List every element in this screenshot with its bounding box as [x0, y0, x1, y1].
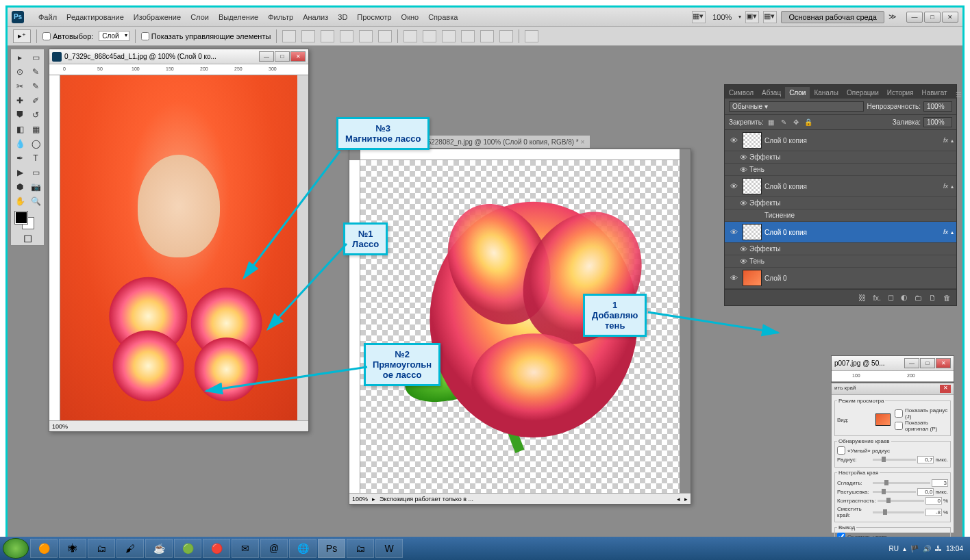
radius-slider[interactable]	[873, 459, 916, 461]
menu-3d[interactable]: 3D	[333, 13, 352, 21]
smart-radius-checkbox[interactable]: «Умный» радиус	[837, 446, 948, 455]
taskbar-item[interactable]: 🟠	[30, 539, 58, 558]
doc-maximize-icon[interactable]: □	[275, 51, 290, 62]
eyedropper-tool-icon[interactable]: ✎	[28, 79, 43, 93]
link-layers-icon[interactable]: ⛓	[858, 294, 866, 302]
language-indicator[interactable]: RU	[889, 545, 899, 552]
delete-layer-icon[interactable]: 🗑	[943, 294, 951, 302]
document-title-bar[interactable]: 0_7329c_868c45ad_L1.jpg @ 100% (Слой 0 к…	[49, 49, 308, 64]
autoselect-checkbox[interactable]: Автовыбор:	[42, 32, 93, 40]
fx-expand-icon[interactable]: ▴	[951, 183, 954, 190]
quick-select-tool-icon[interactable]: ✎	[28, 65, 43, 79]
distribute-left-icon[interactable]	[461, 30, 475, 42]
show-original-checkbox[interactable]: Показать оригинал (P)	[895, 420, 948, 432]
taskbar-item[interactable]: ☕	[145, 539, 173, 558]
tab-close-icon[interactable]: ×	[581, 138, 585, 146]
arrange-docs-icon[interactable]: ▦▾	[763, 11, 777, 23]
horizontal-ruler[interactable]	[360, 149, 680, 160]
blend-mode-dropdown[interactable]: Обычные ▾	[729, 101, 864, 112]
layer-row[interactable]: 👁 Слой 0 копия fx▴	[725, 130, 956, 151]
dialog-close-icon[interactable]: ✕	[940, 385, 951, 393]
contrast-slider[interactable]	[878, 500, 924, 502]
document-zoom[interactable]: 100%	[352, 496, 368, 502]
visibility-icon[interactable]: 👁	[728, 182, 740, 190]
effects-row[interactable]: 👁Эффекты	[725, 151, 956, 164]
align-vcenter-icon[interactable]	[301, 30, 315, 42]
taskbar-item[interactable]: 🗂	[347, 539, 374, 558]
layer-style-icon[interactable]: fx.	[873, 294, 881, 302]
taskbar-item[interactable]: 🔴	[203, 539, 230, 558]
tab-paragraph[interactable]: Абзац	[758, 87, 785, 99]
start-button[interactable]	[3, 538, 29, 559]
menu-window[interactable]: Окно	[397, 13, 424, 21]
taskbar-item[interactable]: 🟢	[174, 539, 201, 558]
visibility-icon[interactable]: 👁	[728, 228, 740, 236]
align-left-icon[interactable]	[340, 30, 353, 42]
menu-analysis[interactable]: Анализ	[298, 13, 333, 21]
visibility-icon[interactable]: 👁	[728, 136, 740, 144]
taskbar-item[interactable]: ✉	[232, 539, 259, 558]
crop-tool-icon[interactable]: ✂	[12, 79, 27, 93]
layer-row[interactable]: 👁 Слой 0 копия fx▴	[725, 222, 956, 243]
zoom-tool-icon[interactable]: 🔍	[28, 194, 43, 208]
align-hcenter-icon[interactable]	[359, 30, 373, 42]
distribute-right-icon[interactable]	[499, 30, 513, 42]
radius-field[interactable]: 0,7	[917, 456, 934, 463]
pen-tool-icon[interactable]: ✒	[12, 151, 27, 165]
shift-field[interactable]: -8	[925, 509, 942, 516]
menu-filter[interactable]: Фильтр	[263, 13, 298, 21]
lock-position-icon[interactable]: ✥	[791, 118, 801, 127]
tab-channels[interactable]: Каналы	[810, 87, 843, 99]
menu-layer[interactable]: Слои	[186, 13, 214, 21]
taskbar-item[interactable]: @	[260, 539, 288, 558]
doc-minimize-icon[interactable]: —	[259, 51, 274, 62]
tab-actions[interactable]: Операции	[843, 87, 883, 99]
menu-view[interactable]: Просмотр	[352, 13, 396, 21]
view-preview[interactable]	[875, 413, 891, 426]
effect-item[interactable]: Тиснение	[725, 209, 956, 222]
foreground-color[interactable]	[15, 212, 27, 224]
horizontal-ruler[interactable]: 100200	[832, 371, 954, 382]
lock-transparency-icon[interactable]: ▦	[767, 118, 776, 127]
doc-minimize-icon[interactable]: —	[904, 358, 919, 368]
blur-tool-icon[interactable]: 💧	[12, 137, 27, 151]
status-info-icon[interactable]: ▸	[372, 496, 375, 502]
smooth-field[interactable]: 3	[932, 479, 948, 487]
fx-badge[interactable]: fx	[943, 229, 948, 236]
menu-select[interactable]: Выделение	[214, 13, 263, 21]
clock[interactable]: 13:04	[946, 545, 963, 552]
layer-mask-icon[interactable]: ◻	[888, 293, 894, 302]
taskbar-item[interactable]: W	[375, 539, 403, 558]
doc-close-icon[interactable]: ✕	[290, 51, 306, 62]
autoselect-target-dropdown[interactable]: Слой	[99, 31, 129, 41]
brush-tool-icon[interactable]: ✐	[28, 94, 43, 107]
new-group-icon[interactable]: 🗀	[915, 294, 922, 302]
layer-name[interactable]: Слой 0 копия	[764, 137, 943, 144]
panel-menu-icon[interactable]: ☰	[952, 91, 966, 99]
move-tool-icon[interactable]: ▸	[12, 51, 27, 64]
taskbar-item[interactable]: 🖌	[116, 539, 144, 558]
move-tool-icon[interactable]: ▸⁺	[13, 29, 31, 43]
workspace-button[interactable]: Основная рабочая среда	[781, 11, 884, 23]
horizontal-ruler[interactable]: 050100150200250300	[49, 64, 308, 75]
show-radius-checkbox[interactable]: Показать радиус (J)	[895, 407, 948, 420]
gradient-tool-icon[interactable]: ▦	[28, 123, 43, 136]
document-zoom[interactable]: 100%	[52, 423, 68, 430]
dodge-tool-icon[interactable]: ◯	[28, 137, 43, 151]
type-tool-icon[interactable]: T	[28, 151, 43, 165]
distribute-bottom-icon[interactable]	[442, 30, 456, 42]
volume-icon[interactable]: 🔊	[923, 545, 931, 552]
tray-up-icon[interactable]: ▴	[903, 545, 906, 552]
tab-history[interactable]: История	[883, 87, 918, 99]
maximize-icon[interactable]: □	[924, 12, 941, 23]
layer-row[interactable]: 👁 Слой 0	[725, 268, 956, 289]
canvas-1[interactable]	[60, 75, 297, 420]
screen-mode-icon[interactable]: ▣▾	[745, 11, 759, 23]
lock-pixels-icon[interactable]: ✎	[779, 118, 788, 127]
layer-name[interactable]: Слой 0 копия	[764, 183, 943, 190]
eraser-tool-icon[interactable]: ◧	[12, 123, 27, 136]
zoom-level[interactable]: 100%	[710, 13, 734, 21]
fx-expand-icon[interactable]: ▴	[951, 138, 954, 144]
flag-icon[interactable]: 🏴	[910, 545, 919, 552]
effect-item[interactable]: 👁Тень	[725, 255, 956, 268]
